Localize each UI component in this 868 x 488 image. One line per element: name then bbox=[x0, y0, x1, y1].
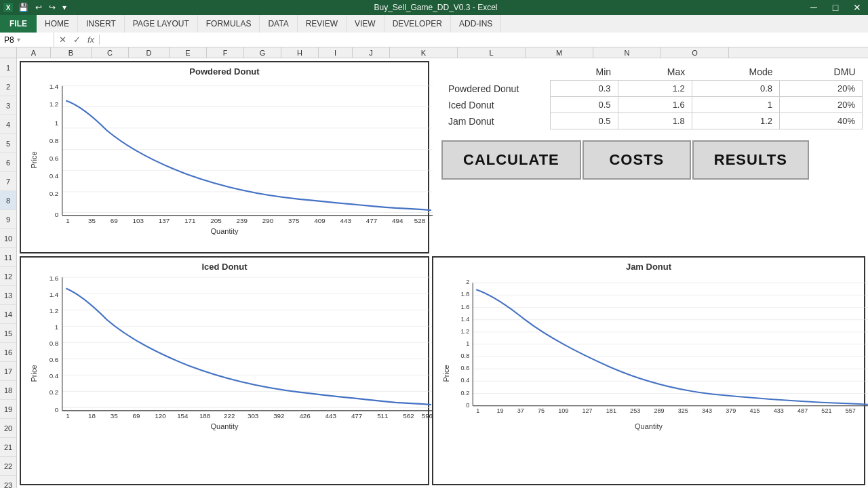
row-4[interactable]: 4 bbox=[0, 115, 16, 134]
row-15[interactable]: 15 bbox=[0, 324, 16, 343]
confirm-formula-button[interactable]: ✓ bbox=[71, 35, 83, 45]
col-a[interactable]: A bbox=[17, 47, 51, 58]
svg-text:0.8: 0.8 bbox=[461, 352, 470, 359]
view-tab[interactable]: VIEW bbox=[347, 15, 384, 33]
title-bar: X 💾 ↩ ↪ ▾ Buy_Sell_Game_DD_V0.3 - Excel … bbox=[0, 0, 868, 15]
row-9[interactable]: 9 bbox=[0, 210, 16, 229]
svg-text:0.6: 0.6 bbox=[50, 155, 59, 162]
svg-text:75: 75 bbox=[538, 407, 545, 414]
formulas-tab[interactable]: FORMULAS bbox=[198, 15, 260, 33]
home-tab[interactable]: HOME bbox=[37, 15, 78, 33]
col-n[interactable]: N bbox=[593, 47, 661, 58]
calculate-button[interactable]: CALCULATE bbox=[441, 140, 581, 180]
row-iced-min[interactable]: 0.5 bbox=[550, 97, 618, 113]
svg-text:1.8: 1.8 bbox=[461, 291, 470, 298]
addins-tab[interactable]: ADD-INS bbox=[451, 15, 501, 33]
row-18[interactable]: 18 bbox=[0, 381, 16, 400]
row-17[interactable]: 17 bbox=[0, 362, 16, 381]
review-tab[interactable]: REVIEW bbox=[298, 15, 347, 33]
row-11[interactable]: 11 bbox=[0, 248, 16, 267]
data-panel: Min Max Mode DMU Powdered Donut 0.3 1.2 bbox=[431, 58, 868, 255]
svg-text:1: 1 bbox=[66, 217, 69, 224]
file-tab[interactable]: FILE bbox=[0, 15, 37, 33]
redo-icon[interactable]: ↪ bbox=[47, 2, 58, 13]
maximize-button[interactable]: □ bbox=[825, 0, 846, 15]
row-12[interactable]: 12 bbox=[0, 267, 16, 286]
col-d[interactable]: D bbox=[129, 47, 170, 58]
row-jam-label: Jam Donut bbox=[441, 113, 550, 129]
undo-icon[interactable]: ↩ bbox=[33, 2, 44, 13]
col-j[interactable]: J bbox=[353, 47, 390, 58]
row-16[interactable]: 16 bbox=[0, 343, 16, 362]
formula-bar: P8 ▾ ✕ ✓ fx bbox=[0, 33, 868, 47]
svg-text:511: 511 bbox=[377, 412, 388, 420]
ribbon: FILE HOME INSERT PAGE LAYOUT FORMULAS DA… bbox=[0, 15, 868, 33]
row-22[interactable]: 22 bbox=[0, 457, 16, 476]
col-g[interactable]: G bbox=[244, 47, 281, 58]
data-tab[interactable]: DATA bbox=[260, 15, 297, 33]
costs-button[interactable]: COSTS bbox=[583, 140, 691, 180]
col-h[interactable]: H bbox=[281, 47, 319, 58]
row-powdered-mode[interactable]: 0.8 bbox=[692, 81, 779, 97]
save-icon[interactable]: 💾 bbox=[16, 2, 31, 13]
row-5[interactable]: 5 bbox=[0, 134, 16, 153]
row-iced-max[interactable]: 1.6 bbox=[618, 97, 692, 113]
cell-reference[interactable]: P8 ▾ bbox=[0, 33, 54, 47]
row-jam-dmu[interactable]: 40% bbox=[780, 113, 863, 129]
results-button[interactable]: RESULTS bbox=[692, 140, 809, 180]
col-i[interactable]: I bbox=[319, 47, 353, 58]
row-iced-mode[interactable]: 1 bbox=[692, 97, 779, 113]
col-k[interactable]: K bbox=[390, 47, 458, 58]
row-powdered-dmu[interactable]: 20% bbox=[780, 81, 863, 97]
row-2[interactable]: 2 bbox=[0, 77, 16, 96]
cancel-formula-button[interactable]: ✕ bbox=[57, 35, 68, 45]
row-6[interactable]: 6 bbox=[0, 153, 16, 172]
svg-text:1: 1 bbox=[55, 323, 58, 331]
svg-text:557: 557 bbox=[846, 407, 856, 414]
insert-function-button[interactable]: fx bbox=[85, 35, 96, 45]
minimize-button[interactable]: ─ bbox=[803, 0, 825, 15]
col-c[interactable]: C bbox=[92, 47, 129, 58]
col-header-max: Max bbox=[618, 64, 692, 81]
col-m[interactable]: M bbox=[526, 47, 593, 58]
svg-text:528: 528 bbox=[414, 217, 426, 224]
col-b[interactable]: B bbox=[51, 47, 92, 58]
row-iced-dmu[interactable]: 20% bbox=[780, 97, 863, 113]
svg-text:443: 443 bbox=[326, 412, 337, 420]
row-jam-mode[interactable]: 1.2 bbox=[692, 113, 779, 129]
row-3[interactable]: 3 bbox=[0, 96, 16, 115]
developer-tab[interactable]: DEVELOPER bbox=[384, 15, 451, 33]
svg-text:181: 181 bbox=[606, 407, 616, 414]
row-19[interactable]: 19 bbox=[0, 400, 16, 419]
row-jam-max[interactable]: 1.8 bbox=[618, 113, 692, 129]
row-10[interactable]: 10 bbox=[0, 229, 16, 248]
iced-donut-chart: Iced Donut Price bbox=[20, 256, 429, 485]
powdered-donut-ylabel: Price bbox=[30, 151, 38, 168]
iced-donut-xlabel: Quantity bbox=[21, 422, 428, 433]
insert-tab[interactable]: INSERT bbox=[78, 15, 125, 33]
row-23[interactable]: 23 bbox=[0, 476, 16, 488]
col-l[interactable]: L bbox=[458, 47, 526, 58]
row-21[interactable]: 21 bbox=[0, 438, 16, 457]
svg-text:1.4: 1.4 bbox=[461, 316, 470, 323]
svg-text:35: 35 bbox=[111, 412, 118, 420]
row-1[interactable]: 1 bbox=[0, 58, 16, 77]
svg-text:1: 1 bbox=[466, 340, 469, 347]
row-20[interactable]: 20 bbox=[0, 419, 16, 438]
col-f[interactable]: F bbox=[207, 47, 244, 58]
row-7[interactable]: 7 bbox=[0, 172, 16, 191]
svg-text:487: 487 bbox=[797, 407, 808, 414]
row-powdered-max[interactable]: 1.2 bbox=[618, 81, 692, 97]
svg-text:239: 239 bbox=[237, 217, 248, 224]
row-jam-min[interactable]: 0.5 bbox=[550, 113, 618, 129]
col-e[interactable]: E bbox=[170, 47, 207, 58]
powdered-donut-xlabel: Quantity bbox=[21, 227, 428, 238]
row-13[interactable]: 13 bbox=[0, 286, 16, 305]
row-14[interactable]: 14 bbox=[0, 305, 16, 324]
customize-icon[interactable]: ▾ bbox=[60, 2, 68, 13]
page-layout-tab[interactable]: PAGE LAYOUT bbox=[125, 15, 198, 33]
row-powdered-min[interactable]: 0.3 bbox=[550, 81, 618, 97]
col-o[interactable]: O bbox=[661, 47, 729, 58]
row-8[interactable]: 8 bbox=[0, 191, 16, 210]
close-button[interactable]: ✕ bbox=[846, 0, 868, 15]
